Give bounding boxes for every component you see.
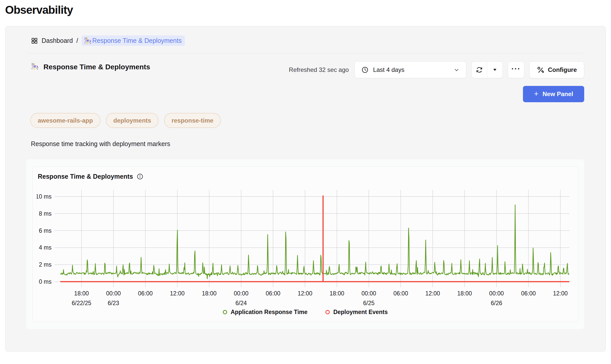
panel-description: Response time tracking with deployment m… bbox=[31, 140, 584, 148]
dashboard-grid-icon[interactable] bbox=[31, 37, 38, 44]
tag-deployments[interactable]: deployments bbox=[106, 113, 158, 128]
new-panel-label: New Panel bbox=[543, 90, 573, 98]
svg-text:06:00: 06:00 bbox=[521, 290, 536, 297]
dropdown-caret-icon bbox=[492, 67, 497, 72]
configure-label: Configure bbox=[548, 66, 577, 73]
svg-text:6/24: 6/24 bbox=[235, 300, 247, 306]
refresh-options-button[interactable] bbox=[487, 62, 503, 78]
legend-label: Deployment Events bbox=[333, 309, 388, 316]
time-range-value: Last 4 days bbox=[373, 66, 449, 73]
svg-text:06:00: 06:00 bbox=[138, 290, 153, 297]
breadcrumb-current-label: Response Time & Deployments bbox=[92, 37, 181, 44]
chevron-down-icon bbox=[454, 67, 459, 73]
new-panel-button[interactable]: + New Panel bbox=[523, 86, 584, 102]
legend-application-response-time[interactable]: Application Response Time bbox=[223, 309, 308, 316]
svg-text:18:00: 18:00 bbox=[202, 290, 217, 297]
svg-text:18:00: 18:00 bbox=[457, 290, 472, 297]
refresh-icon bbox=[475, 66, 483, 74]
svg-text:6/22/25: 6/22/25 bbox=[72, 300, 91, 306]
tag-response-time[interactable]: response-time bbox=[164, 113, 221, 128]
panel-title: Response Time & Deployments bbox=[43, 63, 150, 71]
svg-text:00:00: 00:00 bbox=[106, 290, 121, 297]
header-divider bbox=[27, 53, 583, 53]
legend-deployment-events[interactable]: Deployment Events bbox=[325, 309, 388, 316]
plus-icon: + bbox=[534, 89, 539, 98]
tag-awesome-rails-app[interactable]: awesome-rails-app bbox=[30, 113, 100, 128]
svg-text:8 ms: 8 ms bbox=[39, 210, 52, 217]
refresh-split-button bbox=[471, 61, 503, 78]
svg-text:18:00: 18:00 bbox=[74, 290, 89, 297]
breadcrumb-separator: / bbox=[76, 37, 78, 44]
svg-text:00:00: 00:00 bbox=[234, 290, 249, 297]
red-ring-icon bbox=[325, 310, 330, 314]
clock-icon bbox=[361, 66, 369, 73]
svg-text:06:00: 06:00 bbox=[266, 290, 280, 297]
refreshed-status: Refreshed 32 sec ago bbox=[289, 66, 349, 73]
tools-icon bbox=[537, 66, 544, 74]
page-title: Observability bbox=[5, 4, 611, 16]
svg-text:0 ms: 0 ms bbox=[39, 278, 52, 285]
svg-text:18:00: 18:00 bbox=[329, 290, 344, 297]
svg-text:12:00: 12:00 bbox=[298, 290, 312, 297]
svg-text:12:00: 12:00 bbox=[553, 290, 568, 297]
svg-text:10 ms: 10 ms bbox=[37, 193, 52, 200]
panel-header: 🎠 Response Time & Deployments Refreshed … bbox=[31, 61, 584, 78]
svg-text:6/25: 6/25 bbox=[363, 300, 375, 306]
svg-text:12:00: 12:00 bbox=[425, 290, 440, 297]
svg-text:00:00: 00:00 bbox=[489, 290, 504, 297]
svg-text:6/26: 6/26 bbox=[491, 300, 502, 306]
breadcrumb-dashboard[interactable]: Dashboard bbox=[42, 37, 73, 44]
ellipsis-icon: ··· bbox=[511, 64, 521, 73]
svg-text:2 ms: 2 ms bbox=[39, 261, 52, 268]
svg-text:12:00: 12:00 bbox=[170, 290, 185, 297]
legend-label: Application Response Time bbox=[231, 309, 308, 316]
chart-title: Response Time & Deployments bbox=[38, 173, 133, 180]
dashboard-card: Dashboard / 🎠 Response Time & Deployment… bbox=[5, 26, 606, 352]
configure-button[interactable]: Configure bbox=[529, 61, 584, 78]
svg-text:6/23: 6/23 bbox=[108, 300, 119, 306]
response-time-chart[interactable]: 0 ms2 ms4 ms6 ms8 ms10 ms18:006/22/2500:… bbox=[37, 181, 573, 309]
svg-text:6 ms: 6 ms bbox=[39, 227, 52, 234]
svg-text:4 ms: 4 ms bbox=[39, 244, 52, 251]
svg-text:06:00: 06:00 bbox=[393, 290, 408, 297]
chart-card: Response Time & Deployments 0 ms2 ms4 ms… bbox=[32, 166, 578, 322]
chart-legend: Application Response Time Deployment Eve… bbox=[37, 309, 574, 316]
carousel-emoji-icon: 🎠 bbox=[31, 63, 39, 70]
chart-wrapper: Response Time & Deployments 0 ms2 ms4 ms… bbox=[26, 159, 584, 329]
green-ring-icon bbox=[223, 310, 227, 314]
info-icon[interactable] bbox=[137, 173, 143, 180]
time-range-select[interactable]: Last 4 days bbox=[355, 61, 466, 78]
svg-text:00:00: 00:00 bbox=[361, 290, 376, 297]
carousel-emoji-icon: 🎠 bbox=[84, 37, 92, 44]
more-actions-button[interactable]: ··· bbox=[508, 61, 524, 78]
tags-row: awesome-rails-app deployments response-t… bbox=[30, 113, 584, 128]
refresh-button[interactable] bbox=[472, 62, 487, 78]
breadcrumb-current[interactable]: 🎠 Response Time & Deployments bbox=[82, 35, 185, 46]
breadcrumb: Dashboard / 🎠 Response Time & Deployment… bbox=[31, 26, 584, 46]
